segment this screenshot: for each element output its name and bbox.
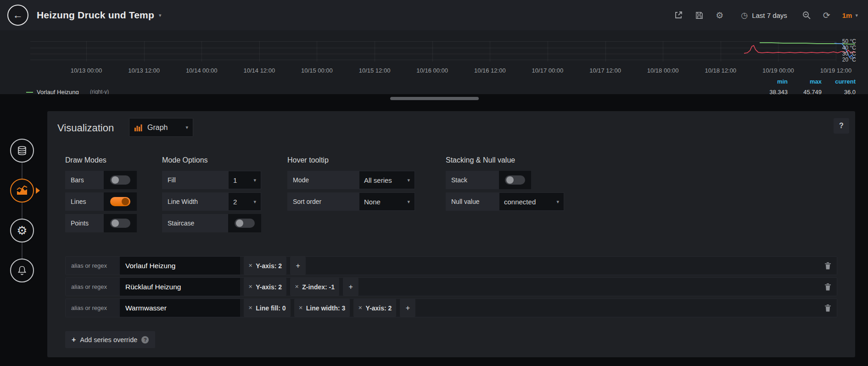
share-icon (674, 11, 683, 20)
override-alias-input[interactable] (120, 257, 240, 275)
legend-min-value: 38.343 (757, 89, 788, 94)
override-tag-label: Y-axis: 2 (366, 304, 392, 312)
remove-tag-icon[interactable]: ✕ (295, 284, 299, 290)
gear-icon: ⚙ (716, 10, 723, 21)
series-override-row: alias or regex ✕ Y-axis: 2 + (65, 256, 837, 275)
x-axis-label: 10/17 12:00 (578, 67, 633, 74)
override-tag-y-axis[interactable]: ✕ Y-axis: 2 (244, 257, 286, 275)
override-alias-input[interactable] (120, 299, 240, 317)
alias-or-regex-label: alias or regex (66, 299, 120, 317)
plus-icon: + (72, 336, 76, 344)
vertical-gridline (432, 41, 433, 62)
trash-icon (824, 304, 831, 312)
bars-toggle[interactable] (104, 171, 137, 189)
legend-header-min[interactable]: min (757, 78, 788, 85)
gear-icon: ⚙ (17, 225, 27, 236)
staircase-toggle[interactable] (228, 214, 261, 232)
save-button[interactable] (695, 11, 704, 20)
stacking-title: Stacking & Null value (446, 156, 564, 164)
null-value-select[interactable]: connected ▾ (499, 192, 564, 211)
caret-down-icon: ▾ (855, 12, 858, 18)
panel-help-button[interactable]: ? (834, 118, 849, 134)
toggle-knob (235, 219, 255, 228)
tab-general[interactable]: ⚙ (10, 219, 34, 242)
override-tag-line-width[interactable]: ✕ Line width: 3 (294, 299, 350, 317)
refresh-button[interactable]: ⟳ (823, 10, 830, 21)
sort-order-select[interactable]: None ▾ (359, 192, 415, 211)
legend-header-max[interactable]: max (791, 78, 822, 85)
override-tag-y-axis[interactable]: ✕ Y-axis: 2 (244, 278, 286, 296)
fill-select[interactable]: 1 ▾ (228, 171, 261, 189)
x-axis-label: 10/18 00:00 (635, 67, 690, 74)
legend-series-name: Vorlauf Heizung (37, 89, 79, 94)
override-tag-y-axis[interactable]: ✕ Y-axis: 2 (353, 299, 396, 317)
add-override-property-button[interactable]: + (400, 299, 415, 317)
lines-toggle[interactable] (104, 192, 137, 211)
legend-header-current[interactable]: current (825, 78, 856, 85)
zoom-out-button[interactable] (802, 11, 811, 20)
vertical-gridline (778, 41, 778, 62)
alias-or-regex-label: alias or regex (66, 257, 120, 275)
points-toggle[interactable] (104, 214, 137, 232)
x-axis-label: 10/15 12:00 (347, 67, 402, 74)
remove-tag-icon[interactable]: ✕ (248, 263, 252, 269)
vertical-gridline (605, 41, 606, 62)
y-axis-label: 20 °C (842, 56, 856, 63)
trash-icon (824, 283, 831, 291)
refresh-interval-value: 1m (842, 11, 852, 19)
visualization-editor-panel: Visualization Graph ▾ ? Draw Modes Bars … (47, 111, 855, 357)
dashboard-title-dropdown[interactable]: Heizung Druck und Temp ▾ (37, 10, 162, 21)
vertical-gridline (259, 41, 260, 62)
share-button[interactable] (674, 11, 683, 20)
override-tag-line-fill[interactable]: ✕ Line fill: 0 (244, 299, 291, 317)
tab-queries[interactable] (10, 139, 34, 163)
points-label: Points (65, 214, 104, 232)
back-button[interactable]: ← (7, 5, 28, 26)
bars-label: Bars (65, 171, 104, 189)
remove-tag-icon[interactable]: ✕ (358, 305, 362, 311)
remove-tag-icon[interactable]: ✕ (299, 305, 303, 311)
graph-panel: 50 °C 40 °C 30 °C 20 °C min max current … (0, 30, 868, 94)
override-alias-input[interactable] (120, 278, 240, 296)
caret-down-icon: ▾ (159, 12, 162, 18)
stack-toggle[interactable] (499, 171, 531, 189)
caret-down-icon: ▾ (253, 177, 256, 183)
horizontal-scrollbar[interactable] (390, 97, 479, 100)
y-axis-label: 50 °C (842, 38, 856, 45)
vertical-gridline (202, 41, 202, 62)
delete-override-button[interactable] (819, 299, 837, 317)
visualization-type-select[interactable]: Graph ▾ (129, 118, 193, 137)
hover-tooltip-title: Hover tooltip (287, 156, 415, 164)
dashboard-settings-button[interactable]: ⚙ (716, 10, 723, 21)
legend-current-value: 36.0 (825, 89, 856, 94)
top-navbar: ← Heizung Druck und Temp ▾ ⚙ ◷ Last 7 da… (0, 0, 868, 30)
line-width-select[interactable]: 2 ▾ (228, 192, 261, 211)
add-series-override-button[interactable]: + Add series override ? (65, 331, 155, 348)
legend-max-value: 45.749 (791, 89, 822, 94)
delete-override-button[interactable] (819, 257, 837, 275)
remove-tag-icon[interactable]: ✕ (248, 305, 252, 311)
caret-down-icon: ▾ (407, 177, 410, 183)
x-axis-label: 10/13 12:00 (117, 67, 172, 74)
tab-alert[interactable] (10, 259, 34, 282)
override-tag-label: Line width: 3 (306, 304, 346, 312)
visualization-type-value: Graph (147, 124, 181, 132)
plot-area[interactable] (30, 38, 855, 64)
add-override-property-button[interactable]: + (343, 278, 358, 296)
add-override-property-button[interactable]: + (290, 257, 306, 275)
staircase-label: Staircase (162, 214, 228, 232)
draw-modes-title: Draw Modes (65, 156, 137, 164)
time-range-picker[interactable]: ◷ Last 7 days (738, 11, 790, 20)
toggle-knob (505, 175, 525, 185)
caret-down-icon: ▾ (253, 199, 256, 205)
refresh-interval-dropdown[interactable]: 1m ▾ (842, 11, 858, 19)
tab-visualization[interactable] (10, 179, 34, 203)
delete-override-button[interactable] (819, 278, 837, 296)
remove-tag-icon[interactable]: ✕ (248, 284, 252, 290)
override-tag-z-index[interactable]: ✕ Z-index: -1 (290, 278, 339, 296)
hover-mode-label: Mode (287, 171, 359, 189)
x-axis-label: 10/17 00:00 (520, 67, 575, 74)
database-icon (17, 145, 28, 156)
legend-series-row[interactable]: Vorlauf Heizung (right-y) 38.343 45.749 … (0, 89, 868, 94)
hover-mode-select[interactable]: All series ▾ (359, 171, 415, 189)
